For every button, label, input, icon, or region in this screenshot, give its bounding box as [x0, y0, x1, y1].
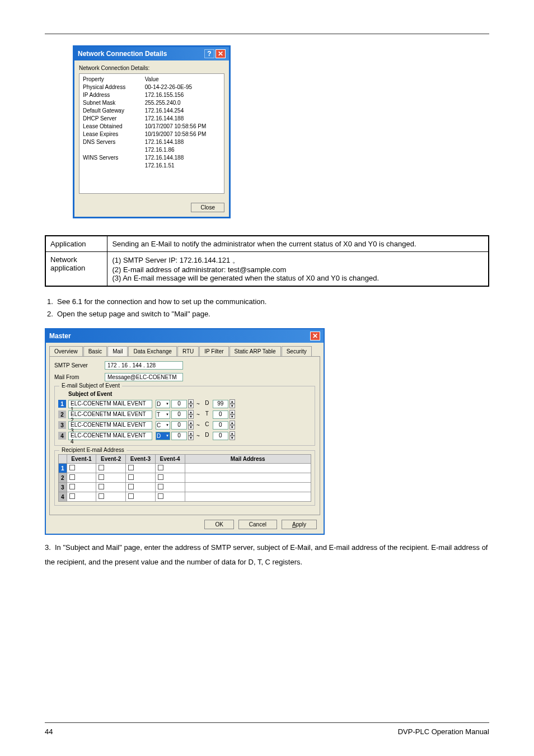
- reg-start-input[interactable]: 0: [171, 421, 187, 430]
- checkbox[interactable]: [158, 493, 163, 499]
- mail-address-input[interactable]: [185, 483, 311, 492]
- reg-type-label: C: [203, 421, 212, 430]
- nc-prop: [83, 146, 145, 154]
- stepper-icon[interactable]: ▲▼: [188, 421, 194, 430]
- tab-ip-filter[interactable]: IP Filter: [199, 346, 228, 356]
- tab-static-arp-table[interactable]: Static ARP Table: [229, 346, 281, 356]
- tab-basic[interactable]: Basic: [83, 346, 107, 356]
- mailfrom-input[interactable]: Message@ELC-COENETM: [105, 373, 183, 381]
- subject-row: 3 ELC-COENETM MAIL EVENT 3 C▼ 0 ▲▼ ~ C 0…: [58, 421, 311, 430]
- subject-input[interactable]: ELC-COENETM MAIL EVENT 4: [68, 432, 152, 440]
- help-icon[interactable]: ?: [204, 49, 214, 58]
- ok-button[interactable]: OK: [204, 520, 233, 529]
- checkbox[interactable]: [158, 465, 163, 470]
- step-text: Open the setup page and switch to "Mail"…: [57, 310, 210, 318]
- apply-button[interactable]: Apply: [282, 520, 317, 529]
- net-app-line: (3) An E-mail message will be generated …: [112, 274, 484, 282]
- close-icon[interactable]: ✕: [310, 332, 320, 340]
- nc-val: 172.16.1.86: [145, 146, 221, 154]
- close-button[interactable]: Close: [191, 203, 224, 212]
- checkbox[interactable]: [158, 474, 163, 480]
- mail-address-input[interactable]: [185, 473, 311, 483]
- reg-end-input[interactable]: 99: [213, 400, 228, 408]
- nc-prop: Subnet Mask: [83, 99, 145, 107]
- reg-start-input[interactable]: 0: [171, 400, 187, 408]
- reg-end-input[interactable]: 0: [213, 410, 228, 419]
- checkbox[interactable]: [128, 493, 134, 499]
- tab-data-exchange[interactable]: Data Exchange: [128, 346, 176, 356]
- mail-address-input[interactable]: [185, 492, 311, 502]
- network-connection-details-dialog: Network Connection Details ? ✕ Network C…: [73, 45, 231, 218]
- reg-start-input[interactable]: 0: [171, 432, 187, 440]
- nc-val: 10/19/2007 10:58:56 PM: [145, 130, 221, 138]
- subject-input[interactable]: ELC-COENETM MAIL EVENT 1: [68, 400, 152, 408]
- reg-end-input[interactable]: 0: [213, 421, 228, 430]
- checkbox[interactable]: [69, 493, 75, 499]
- subject-input[interactable]: ELC-COENETM MAIL EVENT 3: [68, 421, 152, 430]
- master-titlebar: Master ✕: [46, 329, 324, 343]
- checkbox[interactable]: [99, 493, 104, 499]
- recipient-group: Recipient E-mail Address Event-1 Event-2…: [54, 450, 315, 506]
- stepper-icon[interactable]: ▲▼: [188, 410, 194, 419]
- stepper-icon[interactable]: ▲▼: [188, 399, 194, 408]
- checkbox[interactable]: [69, 484, 75, 489]
- nc-prop: Lease Expires: [83, 130, 145, 138]
- step-text: In "Subject and Mail" page, enter the ad…: [45, 543, 488, 566]
- nc-table: Property Value Physical Address00-14-22-…: [79, 73, 224, 194]
- subject-legend: E-mail Subject of Event: [59, 382, 122, 389]
- subject-row: 2 ELC-COENETM MAIL EVENT 2 T▼ 0 ▲▼ ~ T 0…: [58, 410, 311, 419]
- row-number: 1: [58, 400, 66, 408]
- row-number: 2: [58, 410, 66, 418]
- stepper-icon[interactable]: ▲▼: [229, 399, 235, 408]
- checkbox[interactable]: [128, 465, 134, 470]
- row-number: 4: [58, 432, 66, 440]
- cancel-button[interactable]: Cancel: [238, 520, 277, 529]
- reg-type-select[interactable]: T▼: [156, 410, 170, 419]
- checkbox[interactable]: [69, 474, 75, 480]
- mail-address-input[interactable]: [185, 464, 311, 473]
- checkbox[interactable]: [128, 474, 134, 480]
- checkbox[interactable]: [99, 484, 104, 489]
- tab-mail[interactable]: Mail: [107, 346, 128, 356]
- recip-row: 3: [59, 483, 311, 492]
- reg-end-input[interactable]: 0: [213, 432, 228, 440]
- row-number: 2: [59, 473, 67, 483]
- checkbox[interactable]: [99, 474, 104, 480]
- row-number: 4: [59, 492, 67, 502]
- subject-input[interactable]: ELC-COENETM MAIL EVENT 2: [68, 410, 152, 419]
- nc-val: 255.255.240.0: [145, 99, 221, 107]
- app-label: Application: [45, 236, 107, 252]
- stepper-icon[interactable]: ▲▼: [229, 421, 235, 430]
- checkbox[interactable]: [99, 465, 104, 470]
- tab-overview[interactable]: Overview: [49, 346, 83, 356]
- tab-security[interactable]: Security: [282, 346, 312, 356]
- recipient-table: Event-1 Event-2 Event-3 Event-4 Mail Add…: [58, 454, 311, 502]
- reg-type-label: T: [203, 410, 212, 419]
- subject-row: 1 ELC-COENETM MAIL EVENT 1 D▼ 0 ▲▼ ~ D 9…: [58, 399, 311, 408]
- checkbox[interactable]: [158, 484, 163, 489]
- checkbox[interactable]: [128, 484, 134, 489]
- reg-type-select[interactable]: D▼: [156, 432, 170, 440]
- recip-col: Event-3: [126, 455, 156, 464]
- tab-rtu[interactable]: RTU: [177, 346, 199, 356]
- stepper-icon[interactable]: ▲▼: [229, 410, 235, 419]
- stepper-icon[interactable]: ▲▼: [188, 431, 194, 440]
- net-app-text: (1) SMTP Server IP: 172.16.144.121 。 (2)…: [107, 252, 489, 287]
- nc-prop: WINS Servers: [83, 154, 145, 162]
- step-item: 2.Open the setup page and switch to "Mai…: [47, 308, 489, 320]
- recip-row: 4: [59, 492, 311, 502]
- step-text: See 6.1 for the connection and how to se…: [57, 297, 266, 306]
- reg-start-input[interactable]: 0: [171, 410, 187, 419]
- stepper-icon[interactable]: ▲▼: [229, 431, 235, 440]
- recipient-legend: Recipient E-mail Address: [59, 447, 127, 453]
- nc-col-value: Value: [145, 76, 221, 82]
- smtp-input[interactable]: 172 . 16 . 144 . 128: [105, 361, 183, 370]
- checkbox[interactable]: [69, 465, 75, 470]
- step-item: 3.In "Subject and Mail" page, enter the …: [45, 540, 489, 570]
- reg-type-select[interactable]: D▼: [156, 400, 170, 408]
- master-title: Master: [49, 332, 71, 340]
- close-icon[interactable]: ✕: [216, 49, 226, 58]
- reg-type-select[interactable]: C▼: [156, 421, 170, 430]
- recip-row: 2: [59, 473, 311, 483]
- subject-group: E-mail Subject of Event Subject of Event…: [54, 386, 315, 446]
